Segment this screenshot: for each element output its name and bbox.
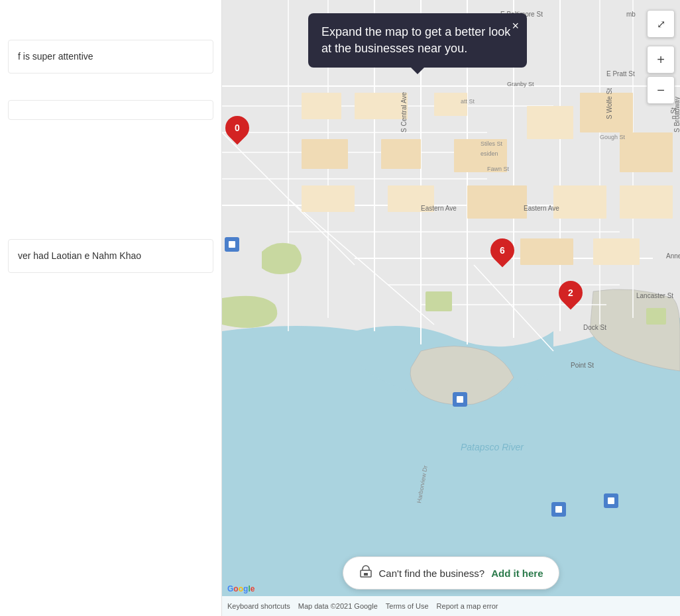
svg-text:Dock St: Dock St xyxy=(583,324,606,331)
blue-marker-1[interactable] xyxy=(225,237,239,252)
svg-text:Fawn St: Fawn St xyxy=(487,166,510,172)
review-card-2 xyxy=(8,100,213,120)
report-error-link[interactable]: Report a map error xyxy=(437,602,498,610)
svg-text:S Wolfe St: S Wolfe St xyxy=(606,88,613,119)
keyboard-shortcuts-link[interactable]: Keyboard shortcuts xyxy=(227,602,290,610)
terms-of-use-link[interactable]: Terms of Use xyxy=(386,602,429,610)
svg-rect-76 xyxy=(364,573,368,576)
svg-rect-73 xyxy=(608,497,614,504)
review-card-1: f is super attentive xyxy=(8,40,213,74)
pin-number-2: 2 xyxy=(568,287,573,298)
svg-text:Lancaster St: Lancaster St xyxy=(636,292,673,299)
svg-rect-31 xyxy=(302,185,355,212)
svg-text:E Pratt St: E Pratt St xyxy=(606,70,635,77)
svg-rect-33 xyxy=(467,185,527,219)
svg-rect-37 xyxy=(520,238,573,265)
business-icon xyxy=(359,565,372,581)
svg-rect-35 xyxy=(620,132,673,172)
svg-rect-23 xyxy=(302,93,341,119)
blue-marker-4[interactable] xyxy=(551,502,566,517)
svg-text:Stiles St: Stiles St xyxy=(481,140,503,147)
zoom-in-button[interactable]: + xyxy=(647,46,675,74)
svg-rect-69 xyxy=(425,291,452,311)
svg-rect-34 xyxy=(553,185,606,219)
svg-text:mb: mb xyxy=(626,11,636,18)
map-data-label: Map data ©2021 Google xyxy=(298,602,378,610)
map-container: E Baltimore St mb ayette St Granby St E … xyxy=(222,0,680,616)
map-controls: ⤢ + − xyxy=(647,10,675,104)
svg-rect-38 xyxy=(593,238,640,265)
svg-text:Gough St: Gough St xyxy=(600,134,626,140)
left-panel: f is super attentive ver had Laotian e N… xyxy=(0,0,222,616)
svg-rect-74 xyxy=(555,506,562,513)
pin-number-6: 6 xyxy=(500,245,505,256)
map-bottom-bar: Keyboard shortcuts Map data ©2021 Google… xyxy=(222,596,680,616)
zoom-out-button[interactable]: − xyxy=(647,76,675,104)
tooltip-close-button[interactable]: × xyxy=(512,20,519,32)
svg-text:Anneanna St: Anneanna St xyxy=(666,252,680,260)
svg-rect-29 xyxy=(527,106,573,139)
blue-marker-2[interactable] xyxy=(453,392,467,407)
svg-text:Eastern Ave: Eastern Ave xyxy=(524,205,559,212)
pin-number-0: 0 xyxy=(235,123,240,133)
add-it-here-link[interactable]: Add it here xyxy=(491,568,543,579)
svg-rect-26 xyxy=(302,139,348,169)
review-card-3: ver had Laotian e Nahm Khao xyxy=(8,239,213,273)
blue-marker-3[interactable] xyxy=(604,493,618,508)
svg-text:Eastern Ave: Eastern Ave xyxy=(421,205,457,212)
svg-text:n St: n St xyxy=(670,107,677,119)
cant-find-business-bar[interactable]: Can't find the business? Add it here xyxy=(343,556,560,590)
svg-text:att St: att St xyxy=(461,98,475,105)
svg-text:Patapsco River: Patapsco River xyxy=(461,442,524,452)
svg-text:Granby St: Granby St xyxy=(507,81,534,87)
svg-text:S Central Ave: S Central Ave xyxy=(400,92,408,132)
tooltip-text: Expand the map to get a better look at t… xyxy=(321,25,510,55)
svg-rect-27 xyxy=(381,139,421,169)
svg-rect-72 xyxy=(457,396,463,403)
review-text-3: ver had Laotian e Nahm Khao xyxy=(18,249,203,263)
cant-find-text: Can't find the business? xyxy=(379,568,485,579)
review-text-1: f is super attentive xyxy=(18,50,203,64)
expand-map-button[interactable]: ⤢ xyxy=(647,10,675,38)
google-logo: Google xyxy=(227,584,255,593)
svg-text:esiden: esiden xyxy=(481,150,498,157)
svg-rect-36 xyxy=(620,185,673,219)
svg-rect-71 xyxy=(229,241,235,248)
svg-rect-24 xyxy=(355,93,408,119)
svg-text:Point St: Point St xyxy=(571,362,594,369)
svg-rect-70 xyxy=(646,308,666,325)
map-background: E Baltimore St mb ayette St Granby St E … xyxy=(222,0,680,616)
map-tooltip: × Expand the map to get a better look at… xyxy=(308,13,527,68)
